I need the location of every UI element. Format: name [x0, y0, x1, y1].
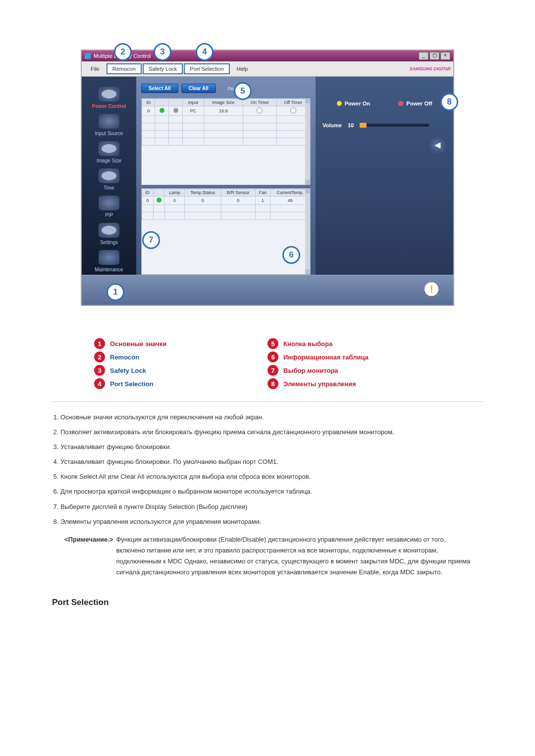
legend-item-6: 6 Информационная таблица [268, 352, 441, 362]
note-7: Выберите дисплей в пункте Display Select… [60, 502, 491, 512]
nav-label: Maintenance [95, 267, 123, 272]
clear-all-button[interactable]: Clear All [181, 84, 216, 93]
time-icon [99, 168, 119, 183]
image-size-icon [99, 141, 119, 156]
scrollbar[interactable] [305, 189, 310, 275]
info-icon: ! [425, 282, 438, 296]
col-temp: Temp.Status [184, 189, 221, 196]
callout-2: 2 [114, 43, 132, 61]
cell-id: 0 [142, 106, 155, 116]
legend-label: Выбор монитора [283, 367, 338, 374]
minimize-button[interactable]: _ [419, 52, 428, 60]
maximize-button[interactable]: ▢ [429, 52, 439, 60]
speaker-icon[interactable]: ◀ [428, 136, 446, 154]
table-row[interactable]: 0 0 0 0 1 49 [142, 196, 310, 204]
menu-help[interactable]: Help [231, 63, 254, 74]
table-row[interactable]: 0 PC 16:9 [142, 106, 310, 116]
legend-item-7: 7 Выбор монитора [268, 365, 441, 376]
cell-safety [169, 106, 183, 116]
scrollbar[interactable] [305, 99, 310, 185]
window-controls: _ ▢ × [419, 52, 450, 60]
note-8: Элементы управления используются для упр… [60, 516, 491, 527]
callout-7: 7 [142, 231, 160, 249]
legend-label: Элементы управления [283, 380, 356, 388]
cell-input: PC [183, 106, 204, 116]
input-source-icon [99, 114, 119, 129]
legend-item-1: 1 Основные значки [94, 338, 268, 349]
cell-id: 0 [142, 196, 154, 204]
nav-pip[interactable]: PIP [82, 193, 136, 220]
note-1: Основные значки используются для переклю… [60, 412, 491, 423]
power-on-label: Power On [345, 101, 370, 106]
power-icon [99, 87, 119, 101]
cell-temp: 0 [184, 196, 221, 204]
legend-label: Safety Lock [110, 367, 146, 374]
app-icon [85, 53, 91, 59]
callout-4: 4 [196, 43, 214, 61]
callout-1: 1 [107, 283, 124, 301]
titlebar: Multiple Display Control _ ▢ × [82, 50, 453, 61]
close-button[interactable]: × [440, 52, 450, 60]
callout-6: 6 [282, 246, 300, 264]
legend-item-2: 2 Remocon [94, 352, 268, 362]
callout-3: 3 [154, 43, 171, 61]
monitor-table[interactable]: ID Input Image Size On Timer Off Timer 0 [141, 98, 311, 185]
nav-label: PIP [105, 212, 113, 218]
legend-label: Информационная таблица [283, 353, 369, 361]
callout-5: 5 [234, 82, 252, 100]
note-block: <Примечание.> Функция активизации/блокир… [64, 534, 471, 578]
callout-8: 8 [440, 93, 458, 111]
left-nav: Power Control Input Source Image Size Ti… [82, 77, 136, 275]
power-off-button[interactable]: Power Off [398, 101, 432, 106]
cell-remocon [155, 106, 169, 116]
control-panel: Power On Power Off Volume 10 ◀ [316, 77, 453, 275]
legend-bullet: 3 [94, 365, 105, 376]
legend-label: Remocon [110, 353, 139, 361]
cell-cur: 49 [270, 196, 310, 204]
legend-item-4: 4 Port Selection [94, 378, 268, 389]
app-window: 2 3 4 5 8 6 7 1 Multiple Display Control… [81, 50, 454, 306]
legend-item-8: 8 Элементы управления [268, 378, 441, 389]
bottom-strip: ! [82, 275, 453, 305]
power-on-button[interactable]: Power On [337, 101, 370, 106]
nav-time[interactable]: Time [82, 165, 136, 193]
legend-bullet: 6 [268, 352, 278, 362]
nav-label: Time [104, 185, 114, 191]
menu-remocon[interactable]: Remocon [107, 63, 142, 74]
legend-label: Port Selection [110, 380, 153, 388]
col-image-size: Image Size [204, 99, 243, 106]
legend-bullet: 8 [268, 378, 278, 389]
pip-icon [99, 196, 119, 210]
notes-list: Основные значки используются для переклю… [44, 412, 491, 527]
nav-maintenance[interactable]: Maintenance [82, 247, 136, 274]
col-on-timer: On Timer [243, 99, 277, 106]
legend-label: Основные значки [110, 340, 166, 348]
legend-label: Кнопка выбора [283, 340, 332, 348]
nav-label: Power Control [92, 103, 126, 109]
cell-remocon [153, 196, 165, 204]
note-5: Кнопк Select All или Clear All использую… [60, 471, 491, 482]
app-body: Power Control Input Source Image Size Ti… [82, 77, 453, 275]
col-remocon [155, 99, 169, 106]
menu-file[interactable]: File [85, 63, 106, 74]
cell-on-timer [243, 106, 277, 116]
nav-image-size[interactable]: Image Size [82, 138, 136, 165]
menu-safety-lock[interactable]: Safety Lock [143, 63, 183, 74]
center-panel: Select All Clear All Disable ID Input Im [136, 77, 316, 275]
power-off-label: Power Off [406, 101, 432, 106]
menu-port-selection[interactable]: Port Selection [184, 63, 229, 74]
legend-bullet: 5 [268, 338, 278, 349]
nav-settings[interactable]: Settings [82, 220, 136, 247]
nav-input-source[interactable]: Input Source [82, 111, 136, 138]
nav-power-control[interactable]: Power Control [82, 84, 136, 111]
legend: 1 Основные значки 2 Remocon 3 Safety Loc… [94, 336, 441, 392]
note-2: Позволяет активизировать или блокировать… [60, 427, 491, 438]
volume-slider[interactable] [360, 124, 429, 127]
col-br: B/R Sensor [221, 189, 255, 196]
maintenance-icon [99, 250, 119, 265]
divider [52, 402, 483, 402]
legend-bullet: 1 [94, 338, 105, 349]
col-id: ID [142, 99, 155, 106]
legend-bullet: 2 [94, 352, 105, 362]
select-all-button[interactable]: Select All [141, 84, 178, 93]
